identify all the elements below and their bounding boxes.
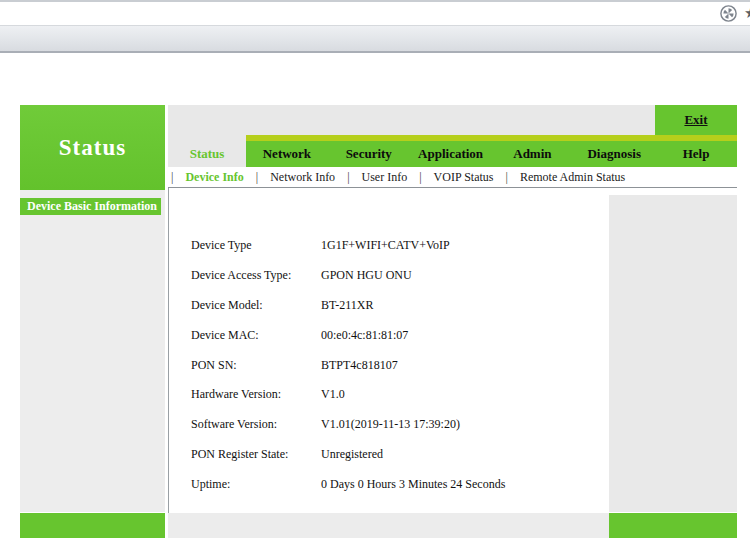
subnav-item-device-info[interactable]: Device Info <box>171 170 256 185</box>
info-row: Device Access Type: GPON HGU ONU <box>169 261 609 291</box>
right-spacer-panel <box>609 195 737 512</box>
info-label: PON SN: <box>191 358 321 373</box>
subnav-item-remote-admin-status[interactable]: Remote Admin Status <box>506 170 638 185</box>
info-row: Uptime: 0 Days 0 Hours 3 Minutes 24 Seco… <box>169 469 609 499</box>
favorites-star-icon[interactable]: ★ <box>744 4 750 22</box>
tab-network[interactable]: Network <box>246 135 328 167</box>
info-label: Hardware Version: <box>191 387 321 402</box>
section-header: Status <box>20 105 165 190</box>
info-value: 1G1F+WIFI+CATV+VoIP <box>321 238 450 253</box>
exit-button[interactable]: Exit <box>655 105 737 135</box>
sidebar-item-device-basic-information[interactable]: Device Basic Information <box>20 198 161 215</box>
info-value: V1.01(2019-11-13 17:39:20) <box>321 417 460 432</box>
info-row: PON Register State: Unregistered <box>169 440 609 470</box>
info-label: Device MAC: <box>191 328 321 343</box>
info-row: Hardware Version: V1.0 <box>169 380 609 410</box>
info-value: V1.0 <box>321 387 345 402</box>
info-row: Device Type 1G1F+WIFI+CATV+VoIP <box>169 231 609 261</box>
info-label: Software Version: <box>191 417 321 432</box>
info-label: Device Model: <box>191 298 321 313</box>
browser-window: ★ Status Exit Status Network Security Ap… <box>0 0 750 549</box>
header-spacer-bar <box>168 105 655 135</box>
tab-security[interactable]: Security <box>328 135 410 167</box>
info-row: Software Version: V1.01(2019-11-13 17:39… <box>169 410 609 440</box>
tab-admin[interactable]: Admin <box>491 135 573 167</box>
pinwheel-icon-svg <box>719 4 738 23</box>
footer-middle-block <box>168 513 609 538</box>
tab-status[interactable]: Status <box>168 135 246 167</box>
subnav-item-network-info[interactable]: Network Info <box>256 170 347 185</box>
main-nav: Status Network Security Application Admi… <box>168 135 737 167</box>
info-label: Device Type <box>191 238 321 253</box>
pinwheel-settings-icon[interactable] <box>719 4 738 23</box>
info-row: PON SN: BTPT4c818107 <box>169 350 609 380</box>
info-value: Unregistered <box>321 447 383 462</box>
info-value: BTPT4c818107 <box>321 358 398 373</box>
device-info-panel: Device Type 1G1F+WIFI+CATV+VoIP Device A… <box>168 188 609 513</box>
tab-diagnosis[interactable]: Diagnosis <box>573 135 655 167</box>
window-top-edge <box>0 0 750 2</box>
browser-toolbar <box>0 26 750 53</box>
info-label: Uptime: <box>191 477 321 492</box>
info-row: Device MAC: 00:e0:4c:81:81:07 <box>169 320 609 350</box>
footer-left-block <box>20 513 165 538</box>
tab-help[interactable]: Help <box>655 135 737 167</box>
info-row: Device Model: BT-211XR <box>169 291 609 321</box>
info-label: Device Access Type: <box>191 268 321 283</box>
subnav-item-user-info[interactable]: User Info <box>347 170 419 185</box>
info-value: BT-211XR <box>321 298 373 313</box>
exit-label: Exit <box>684 112 707 128</box>
info-label: PON Register State: <box>191 447 321 462</box>
info-value: 00:e0:4c:81:81:07 <box>321 328 408 343</box>
page-title: Status <box>59 135 126 161</box>
sub-nav: Device Info Network Info User Info VOIP … <box>168 167 737 188</box>
footer-right-block <box>609 513 737 538</box>
subnav-item-voip-status[interactable]: VOIP Status <box>419 170 505 185</box>
sidebar: Device Basic Information <box>20 190 165 512</box>
info-value: 0 Days 0 Hours 3 Minutes 24 Seconds <box>321 477 505 492</box>
tab-application[interactable]: Application <box>410 135 492 167</box>
info-value: GPON HGU ONU <box>321 268 412 283</box>
